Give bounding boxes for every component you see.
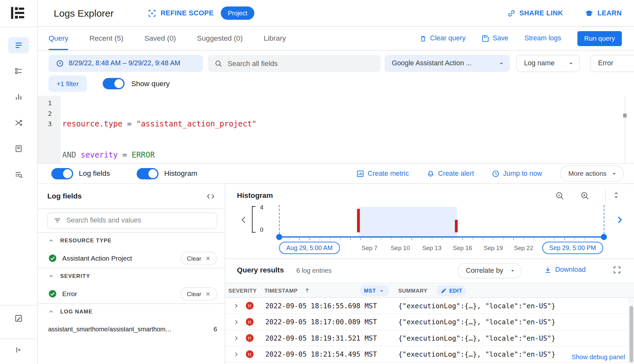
logs-explorer-page: Logs Explorer REFINE SCOPE Project SHARE… bbox=[0, 0, 634, 364]
refine-scope-button[interactable]: REFINE SCOPE bbox=[148, 9, 214, 18]
y-axis-bracket bbox=[252, 206, 255, 233]
log-name-item[interactable]: assistant_smarthome/assistant_smarthom… … bbox=[37, 320, 225, 339]
more-actions-button[interactable]: More actions bbox=[560, 166, 624, 182]
share-link-button[interactable]: SHARE LINK bbox=[507, 9, 563, 18]
log-fields-search-input[interactable] bbox=[66, 216, 211, 224]
tab-suggested[interactable]: Suggested (0) bbox=[197, 27, 243, 50]
zoom-in-icon[interactable] bbox=[580, 191, 589, 200]
learn-button[interactable]: LEARN bbox=[585, 9, 622, 18]
error-severity-icon: !! bbox=[246, 318, 253, 326]
axis-tick-label: Sep 13 bbox=[422, 245, 441, 251]
histogram-pan-left-icon[interactable] bbox=[239, 214, 249, 225]
sidebar-item-metrics[interactable] bbox=[8, 89, 29, 105]
log-entry-row[interactable]: !! 2022-09-05 18:16:55.698 MST {"executi… bbox=[225, 298, 634, 314]
zoom-out-icon[interactable] bbox=[555, 191, 564, 200]
tab-recent[interactable]: Recent (5) bbox=[89, 27, 123, 50]
range-end-chip[interactable]: Sep 29, 5:00 PM bbox=[542, 242, 603, 254]
log-entry-row[interactable]: !! 2022-09-05 18:17:00.089 MST {"executi… bbox=[225, 314, 634, 330]
column-timestamp[interactable]: TIMESTAMP bbox=[264, 288, 298, 294]
tab-saved[interactable]: Saved (0) bbox=[144, 27, 176, 50]
filter-lines-icon bbox=[54, 216, 62, 224]
edit-summary-button[interactable]: EDIT bbox=[437, 285, 466, 296]
timezone-dropdown[interactable]: MST bbox=[360, 285, 389, 296]
code-brackets-icon[interactable] bbox=[206, 192, 215, 201]
run-query-button[interactable]: Run query bbox=[577, 31, 622, 46]
create-alert-button[interactable]: Create alert bbox=[427, 169, 474, 177]
error-severity-icon: !! bbox=[246, 350, 253, 358]
sort-ascending-icon[interactable] bbox=[304, 287, 310, 294]
severity-dropdown[interactable]: Error bbox=[590, 55, 634, 72]
resource-filter-dropdown[interactable]: Google Assistant Action ... bbox=[384, 55, 510, 72]
fullscreen-icon[interactable] bbox=[613, 265, 622, 274]
stream-logs-button[interactable]: Stream logs bbox=[524, 34, 561, 42]
caret-down-icon bbox=[509, 267, 516, 274]
expand-row-icon[interactable] bbox=[233, 335, 240, 342]
show-query-toggle[interactable] bbox=[103, 78, 124, 89]
log-storage-icon bbox=[14, 144, 23, 153]
log-fields-panel: Log fields RESOURCE TYPE bbox=[37, 184, 225, 364]
clear-severity-button[interactable]: Clear bbox=[181, 287, 217, 301]
create-metric-label: Create metric bbox=[368, 169, 409, 177]
tab-library[interactable]: Library bbox=[264, 27, 286, 50]
histogram-pan-right-icon[interactable] bbox=[614, 214, 625, 225]
log-name-dropdown[interactable]: Log name bbox=[516, 55, 580, 72]
search-all-fields-box[interactable] bbox=[208, 55, 381, 72]
download-button[interactable]: Download bbox=[544, 266, 586, 274]
unfold-more-icon[interactable] bbox=[612, 191, 621, 200]
save-label: Save bbox=[493, 34, 508, 42]
sidebar-item-dashboard[interactable] bbox=[8, 63, 29, 79]
sidebar-item-storage[interactable] bbox=[8, 141, 29, 157]
graduation-cap-icon bbox=[585, 9, 594, 18]
log-fields-search-box[interactable] bbox=[47, 213, 217, 229]
correlate-by-dropdown[interactable]: Correlate by bbox=[457, 263, 521, 279]
time-axis-ticks bbox=[279, 238, 605, 240]
sidebar-divider bbox=[0, 27, 37, 27]
log-fields-toggle[interactable] bbox=[51, 168, 73, 179]
tab-query[interactable]: Query bbox=[48, 27, 68, 50]
range-start-handle[interactable] bbox=[276, 234, 282, 240]
range-end-handle[interactable] bbox=[601, 234, 607, 240]
chevron-up-icon bbox=[48, 309, 54, 315]
section-log-name[interactable]: LOG NAME bbox=[37, 303, 225, 320]
results-scrollbar-thumb[interactable] bbox=[630, 306, 633, 362]
project-scope-badge[interactable]: Project bbox=[221, 6, 254, 20]
sidebar-item-log-analytics[interactable] bbox=[8, 166, 29, 182]
section-severity[interactable]: SEVERITY bbox=[37, 268, 225, 284]
product-sidebar bbox=[0, 0, 37, 364]
create-metric-button[interactable]: Create metric bbox=[356, 169, 409, 177]
sidebar-item-log-router[interactable] bbox=[8, 115, 29, 131]
severity-selected-item: Error Clear bbox=[37, 284, 225, 303]
expand-row-icon[interactable] bbox=[233, 319, 240, 326]
sidebar-item-expand-panel[interactable] bbox=[8, 342, 29, 358]
tab-bar: Query Recent (5) Saved (0) Suggested (0)… bbox=[37, 27, 634, 50]
log-entries-count: 6 log entries bbox=[296, 267, 332, 274]
show-debug-panel-link[interactable]: Show debug panel bbox=[567, 353, 625, 362]
results-scrollbar-track[interactable] bbox=[629, 298, 634, 364]
refine-scope-label: REFINE SCOPE bbox=[161, 9, 214, 17]
clear-resource-type-button[interactable]: Clear bbox=[181, 252, 217, 265]
editor-scrollbar-thumb[interactable] bbox=[623, 114, 627, 118]
expand-row-icon[interactable] bbox=[233, 351, 240, 358]
clear-query-button[interactable]: Clear query bbox=[419, 34, 465, 42]
save-button[interactable]: Save bbox=[482, 34, 508, 42]
log-entry-row[interactable]: !! 2022-09-05 18:19:31.521 MST {"executi… bbox=[225, 330, 634, 346]
query-line-2: AND severity = ERROR bbox=[62, 150, 465, 160]
sidebar-item-pencil-box[interactable] bbox=[8, 310, 29, 326]
query-code-area[interactable]: resource.type = "assistant_action_projec… bbox=[61, 96, 465, 163]
log-dashboard-icon bbox=[14, 67, 23, 76]
log-analytics-icon bbox=[14, 170, 23, 179]
histogram-toggle[interactable] bbox=[137, 168, 159, 179]
search-icon bbox=[214, 60, 222, 68]
histogram-toggle-label: Histogram bbox=[164, 169, 197, 178]
search-all-fields-input[interactable] bbox=[228, 59, 374, 68]
jump-to-now-button[interactable]: Jump to now bbox=[492, 169, 542, 177]
row-summary: {"executionLog":{…}, "locale":"en-US"} bbox=[398, 318, 556, 326]
sidebar-item-logs-explorer[interactable] bbox=[8, 37, 29, 53]
row-timestamp: 2022-09-05 18:17:00.089 MST bbox=[265, 318, 377, 326]
logs-list-icon bbox=[14, 41, 23, 50]
expand-row-icon[interactable] bbox=[233, 302, 240, 310]
range-start-chip[interactable]: Aug 29, 5:00 AM bbox=[279, 242, 340, 254]
add-filter-chip[interactable]: +1 filter bbox=[48, 76, 86, 92]
section-resource-type[interactable]: RESOURCE TYPE bbox=[37, 232, 225, 248]
time-range-chip[interactable]: 8/29/22, 8:48 AM – 9/29/22, 9:48 AM bbox=[48, 55, 203, 72]
